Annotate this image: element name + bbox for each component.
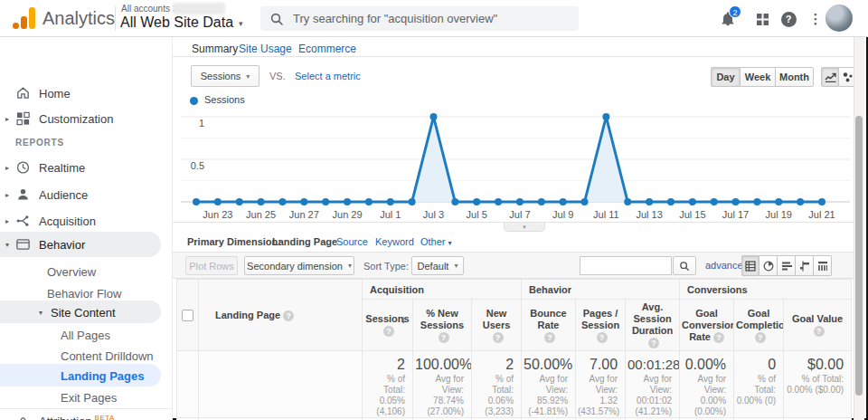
sidebar-item-all-pages[interactable]: All Pages [0, 324, 172, 345]
apps-grid-icon[interactable] [753, 10, 771, 28]
beta-badge: BETA [95, 414, 115, 420]
help-icon[interactable]: ? [544, 332, 555, 343]
help-icon[interactable]: ? [493, 332, 504, 343]
realtime-clock-icon [15, 160, 31, 176]
col-landing-page[interactable]: Landing Page? [199, 280, 363, 351]
sidebar-item-content-drilldown[interactable]: Content Drilldown [0, 345, 172, 366]
chart-type-toggle [821, 67, 857, 87]
help-icon[interactable]: ? [648, 338, 659, 348]
col-sessions[interactable]: Sessions ? ↓ [363, 300, 413, 351]
vertical-scrollbar-thumb[interactable] [855, 116, 863, 396]
caret-down-icon: ▾ [454, 262, 458, 270]
vs-label: VS. [269, 71, 286, 81]
table-search-input[interactable] [580, 256, 672, 275]
help-icon[interactable]: ? [439, 332, 449, 343]
table-search-button[interactable] [673, 256, 696, 275]
property-selector[interactable]: All Web Site Data ▾ [120, 14, 243, 31]
group-conversions: Conversions [680, 280, 852, 300]
help-icon[interactable]: ? [755, 332, 766, 343]
sessions-line-chart[interactable]: 0.51Jun 23Jun 25Jun 27Jun 29Jul 1Jul 3Ju… [181, 109, 850, 224]
col-goal-completions[interactable]: Goal Completions? [734, 300, 784, 351]
primary-dimension-label: Primary Dimension: [187, 236, 281, 247]
svg-text:Jul 9: Jul 9 [552, 209, 573, 220]
dimension-source-link[interactable]: Source [336, 236, 368, 247]
collapse-icon[interactable]: ▾ [5, 241, 9, 249]
sidebar-item-site-content[interactable]: ▾ Site Content [0, 301, 161, 323]
col-new-users[interactable]: New Users? [472, 300, 522, 351]
customization-icon [15, 111, 31, 127]
caret-down-icon: ▾ [523, 224, 526, 230]
svg-text:Jun 25: Jun 25 [246, 209, 276, 220]
line-chart-view-button[interactable] [821, 67, 839, 87]
analytics-logo-icon[interactable] [13, 7, 36, 29]
comparison-view-button[interactable] [796, 255, 814, 276]
sidebar-item-realtime[interactable]: ▸ Realtime [0, 156, 172, 179]
dimension-other-dropdown[interactable]: Other ▾ [420, 236, 452, 247]
sidebar-item-exit-pages[interactable]: Exit Pages [0, 387, 172, 408]
expand-icon[interactable]: ▸ [5, 164, 9, 172]
tab-ecommerce[interactable]: Ecommerce [298, 43, 356, 55]
expand-icon[interactable]: ▸ [5, 191, 9, 199]
accounts-breadcrumb[interactable]: All accounts [121, 4, 170, 14]
col-goal-value[interactable]: Goal Value? [784, 300, 852, 351]
col-bounce-rate[interactable]: Bounce Rate? [522, 300, 576, 351]
landing-pages-table: Landing Page? Acquisition Behavior Conve… [176, 279, 852, 420]
svg-text:Jun 29: Jun 29 [333, 209, 363, 220]
select-all-checkbox[interactable] [182, 310, 193, 321]
help-icon[interactable]: ? [814, 326, 825, 337]
expand-icon[interactable]: ▸ [5, 217, 9, 225]
sidebar-item-home[interactable]: Home [0, 81, 172, 105]
sidebar-item-attribution[interactable]: AttributionBETA [0, 409, 172, 420]
performance-view-button[interactable] [778, 255, 796, 276]
sidebar-item-audience[interactable]: ▸ Audience [0, 183, 172, 206]
summary-new-users: 2% of Total: 0.06% (3,233) [472, 351, 522, 418]
plot-rows-button[interactable]: Plot Rows [185, 256, 238, 275]
data-table-view-button[interactable] [741, 255, 760, 276]
tab-summary[interactable]: Summary [192, 43, 238, 55]
chart-collapse-handle[interactable]: ▾ [504, 223, 545, 232]
select-metric-link[interactable]: Select a metric [295, 71, 361, 81]
sidebar-item-behavior[interactable]: ▾ Behavior [0, 232, 161, 257]
attribution-icon [15, 414, 31, 420]
help-icon[interactable]: ? [597, 332, 608, 343]
help-icon[interactable]: ? [383, 326, 394, 337]
granularity-toggle: Day Week Month [711, 67, 814, 87]
overflow-menu-icon[interactable]: ⋮ [807, 10, 825, 28]
help-icon[interactable]: ? [713, 332, 724, 343]
sidebar-item-acquisition[interactable]: ▸ Acquisition [0, 209, 172, 233]
svg-text:Jul 5: Jul 5 [467, 209, 487, 220]
summary-avg-session-duration: 00:01:28Avg for View: 00:01:02 (41.21%) [626, 351, 680, 418]
svg-text:Jul 3: Jul 3 [423, 209, 444, 220]
search-input[interactable] [293, 12, 570, 25]
dimension-keyword-link[interactable]: Keyword [375, 236, 414, 247]
collapse-icon[interactable]: ▾ [39, 308, 42, 316]
help-icon[interactable]: ? [779, 10, 797, 28]
tab-site-usage[interactable]: Site Usage [239, 43, 292, 55]
sidebar-item-landing-pages[interactable]: Landing Pages [0, 364, 161, 387]
sidebar-item-customization[interactable]: ▸ Customization [0, 107, 172, 130]
metric-selector-dropdown[interactable]: Sessions▾ [191, 65, 259, 87]
expand-icon[interactable]: ▸ [5, 115, 9, 123]
search-icon [679, 261, 690, 272]
sort-type-dropdown[interactable]: Default▾ [411, 256, 464, 275]
dimension-landing-page[interactable]: Landing Page [272, 236, 337, 247]
secondary-dimension-dropdown[interactable]: Secondary dimension▾ [244, 256, 354, 275]
summary-row: 2% of Total: 0.05% (4,106) 100.00%Avg fo… [177, 351, 852, 418]
granularity-day-button[interactable]: Day [711, 67, 741, 87]
property-name: All Web Site Data [120, 14, 233, 31]
pivot-view-button[interactable] [814, 255, 832, 276]
col-goal-conversion-rate[interactable]: Goal Conversion Rate? [680, 300, 734, 351]
granularity-month-button[interactable]: Month [776, 67, 814, 87]
percentage-view-button[interactable] [760, 255, 778, 276]
global-search-bar[interactable] [260, 6, 579, 31]
sidebar-item-overview[interactable]: Overview [0, 261, 172, 282]
table-grid-icon [745, 261, 756, 272]
col-pct-new-sessions[interactable]: % New Sessions? [413, 300, 472, 351]
help-icon[interactable]: ? [283, 310, 294, 321]
user-avatar[interactable] [826, 5, 853, 32]
table-view-toggle [741, 255, 832, 276]
col-pages-session[interactable]: Pages / Session? [576, 300, 626, 351]
notifications-bell-icon[interactable]: 2 [719, 10, 737, 28]
granularity-week-button[interactable]: Week [741, 67, 776, 87]
col-avg-session-duration[interactable]: Avg. Session Duration? [626, 300, 680, 351]
